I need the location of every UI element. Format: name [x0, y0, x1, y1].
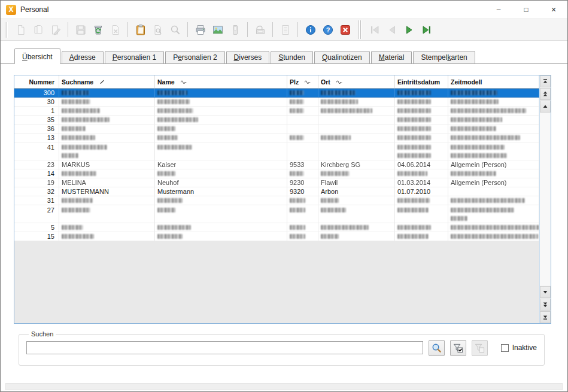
toolbar: ?	[1, 19, 567, 41]
scroll-up-button[interactable]	[540, 101, 551, 113]
help-button[interactable]: ?	[319, 22, 336, 38]
cell-suchname	[59, 116, 155, 124]
delete-record-button[interactable]	[89, 22, 107, 38]
cell-suchname	[59, 124, 155, 133]
phone-button	[226, 22, 244, 38]
column-header-zeit[interactable]: Zeitmodell	[448, 75, 539, 88]
table-row[interactable]: 15	[14, 232, 539, 241]
cell-text: MELINA	[62, 178, 152, 187]
table-row[interactable]: 23MARKUSKaiser9533Kirchberg SG04.06.2014…	[14, 160, 539, 169]
search-input[interactable]	[26, 341, 423, 354]
table-row[interactable]: 27	[14, 205, 539, 223]
cell-text: 36	[47, 124, 54, 133]
tab-personalien-2[interactable]: Personalien 2	[165, 51, 224, 64]
cell-ort	[318, 232, 395, 241]
status-bar	[5, 383, 563, 390]
search-row: Inaktive	[26, 338, 537, 357]
redacted-text	[451, 108, 526, 113]
cell-text: 13	[47, 133, 54, 142]
table-row[interactable]: 19MELINANeuhof9230Flawil01.03.2014Allgem…	[14, 178, 539, 187]
table-row[interactable]: 30	[14, 98, 539, 107]
column-header-num[interactable]: Nummer	[14, 75, 59, 88]
tab-material[interactable]: Material	[371, 51, 412, 64]
print-button[interactable]	[192, 22, 209, 38]
nav-toolbar-grip[interactable]	[359, 20, 362, 39]
cell-ort	[318, 124, 395, 133]
cell-eintritt	[395, 98, 448, 106]
redacted-text	[397, 208, 429, 212]
table-row[interactable]: 31	[14, 196, 539, 205]
table-row[interactable]: 35	[14, 116, 539, 124]
save-record-button	[72, 22, 89, 38]
tab-diverses[interactable]: Diverses	[226, 51, 270, 64]
search-icon	[431, 342, 442, 354]
cell-zeit	[448, 142, 539, 160]
column-label-ort: Ort	[321, 78, 330, 86]
tab-stempelkarten[interactable]: Stempelkarten	[413, 51, 475, 64]
scroll-to-top-button[interactable]	[540, 75, 551, 87]
table-row[interactable]: 41	[14, 142, 539, 160]
column-header-ort[interactable]: Ort	[318, 75, 395, 88]
cell-name	[155, 133, 287, 142]
table-row[interactable]: 300	[14, 89, 539, 98]
table-main: NummerSuchnameNamePlzOrtEintrittsdatumZe…	[14, 75, 539, 323]
scroll-to-bottom-button[interactable]	[540, 311, 551, 323]
clipboard-button[interactable]	[132, 22, 149, 38]
save-icon	[75, 24, 87, 36]
page-up-button[interactable]	[540, 88, 551, 100]
cell-text: MARKUS	[62, 160, 152, 169]
redacted-text	[451, 225, 539, 230]
info-button[interactable]	[302, 22, 319, 38]
close-button[interactable]: ×	[540, 1, 567, 19]
tab-qualinotizen[interactable]: Qualinotizen	[314, 51, 370, 64]
table-row[interactable]: 1	[14, 107, 539, 116]
cell-num: 36	[14, 124, 59, 133]
cell-text: Flawil	[321, 178, 392, 187]
toolbar-separator	[187, 22, 188, 37]
cell-suchname	[59, 205, 155, 223]
filter-off-icon	[474, 342, 485, 354]
cell-plz	[287, 124, 318, 133]
search-button[interactable]	[429, 340, 445, 356]
scrollbar-track[interactable]	[540, 113, 551, 285]
find-record-button	[149, 22, 166, 38]
cell-text: 1	[51, 107, 54, 115]
filter-button[interactable]	[450, 340, 466, 356]
cell-eintritt	[395, 124, 448, 133]
column-header-name[interactable]: Name	[155, 75, 287, 88]
inactive-checkbox[interactable]	[501, 344, 509, 352]
table-row[interactable]: 5	[14, 223, 539, 232]
column-header-suchname[interactable]: Suchname	[59, 75, 155, 88]
tab-uebersicht[interactable]: Übersicht	[14, 48, 60, 64]
picture-button[interactable]	[209, 22, 226, 38]
page-down-button[interactable]	[540, 299, 551, 311]
cell-num: 35	[14, 116, 59, 124]
column-header-eintritt[interactable]: Eintrittsdatum	[395, 75, 448, 88]
nav-next-button[interactable]	[400, 22, 418, 38]
minimize-button[interactable]: –	[485, 1, 512, 19]
cell-num: 1	[14, 107, 59, 115]
window-title: Personal	[20, 5, 48, 14]
redacted-text	[451, 234, 538, 239]
table-row[interactable]: 14	[14, 169, 539, 178]
nav-last-button[interactable]	[418, 22, 435, 38]
redacted-text	[451, 135, 520, 140]
toolbar-main: ?	[12, 22, 354, 38]
table-row[interactable]: 32MUSTERMANNMustermann9320Arbon01.07.201…	[14, 187, 539, 196]
column-header-plz[interactable]: Plz	[287, 75, 318, 88]
cell-ort	[318, 89, 395, 97]
recycle-delete-icon	[92, 24, 104, 36]
tab-stunden[interactable]: Stunden	[271, 51, 313, 64]
cell-eintritt: 01.07.2010	[395, 187, 448, 196]
cell-eintritt: 01.03.2014	[395, 178, 448, 187]
maximize-button[interactable]: □	[512, 1, 540, 19]
tab-adresse[interactable]: Adresse	[62, 51, 104, 64]
table-row[interactable]: 36	[14, 124, 539, 133]
table-row[interactable]: 13	[14, 133, 539, 142]
toolbar-grip[interactable]	[5, 22, 8, 38]
scroll-down-button[interactable]	[540, 286, 551, 298]
cell-ort	[318, 169, 395, 178]
tab-personalien-1[interactable]: Personalien 1	[105, 51, 164, 64]
close-window-button[interactable]	[336, 22, 354, 38]
window: X Personal – □ × ? ÜbersichtAdressePerso…	[0, 0, 568, 392]
